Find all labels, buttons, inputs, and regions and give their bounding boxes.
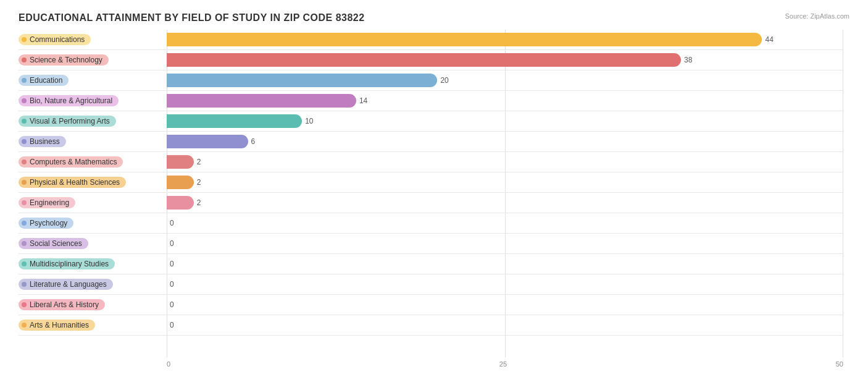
bar-label: Liberal Arts & History [19,299,167,310]
bar-fill: 20 [167,74,437,87]
label-pill: Engineering [19,197,75,208]
bar-value: 38 [684,56,692,64]
bar-row: Communications44 [19,30,843,50]
bar-track: 44 [167,33,843,46]
bar-value: 14 [359,96,367,105]
bar-row: Literature & Languages0 [19,274,843,295]
bar-value: 0 [170,321,174,329]
chart-area: Communications44Science & Technology38Ed… [19,30,849,373]
label-dot [22,323,27,328]
bar-track: 0 [167,257,843,271]
label-pill: Computers & Mathematics [19,156,123,167]
bar-label: Psychology [19,218,167,229]
label-pill: Bio, Nature & Agricultural [19,95,119,106]
label-text: Arts & Humanities [30,321,89,329]
label-text: Communications [30,35,85,44]
bar-fill: 10 [167,114,302,128]
bar-value: 44 [765,35,773,44]
bar-label: Computers & Mathematics [19,156,167,167]
label-pill: Physical & Health Sciences [19,177,126,188]
label-text: Computers & Mathematics [30,158,117,166]
bar-label: Multidisciplinary Studies [19,258,167,269]
bar-track: 2 [167,196,843,210]
chart-source: Source: ZipAtlas.com [785,12,849,20]
bar-value: 20 [440,76,448,85]
chart-title: EDUCATIONAL ATTAINMENT BY FIELD OF STUDY… [19,12,849,23]
bar-value: 0 [170,280,174,289]
label-dot [22,241,27,246]
label-pill: Education [19,75,69,86]
label-dot [22,139,27,144]
bar-track: 0 [167,298,843,312]
bar-track: 0 [167,216,843,230]
bar-label: Engineering [19,197,167,208]
bar-track: 20 [167,74,843,87]
bar-track: 14 [167,94,843,108]
label-text: Social Sciences [30,239,82,248]
bar-fill: 44 [167,33,762,46]
x-axis-label: 50 [836,360,843,373]
bar-track: 6 [167,135,843,148]
label-dot [22,119,27,124]
bar-value: 10 [305,117,313,125]
bar-value: 0 [170,300,174,309]
bar-value: 0 [170,219,174,227]
bar-track: 2 [167,176,843,189]
bar-track: 2 [167,155,843,169]
bar-label: Arts & Humanities [19,320,167,331]
label-pill: Communications [19,34,91,45]
bars-section: Communications44Science & Technology38Ed… [19,30,843,357]
label-text: Business [30,137,60,146]
bar-label: Science & Technology [19,54,167,66]
bar-row: Liberal Arts & History0 [19,295,843,315]
label-pill: Psychology [19,218,73,229]
label-dot [22,282,27,287]
bar-label: Literature & Languages [19,279,167,290]
label-dot [22,180,27,185]
label-pill: Arts & Humanities [19,320,95,331]
label-text: Bio, Nature & Agricultural [30,96,112,105]
bar-row: Business6 [19,132,843,152]
bar-fill: 2 [167,176,194,189]
bar-value: 2 [197,178,201,187]
label-text: Engineering [30,198,69,207]
label-pill: Visual & Performing Arts [19,116,116,127]
bar-value: 2 [197,198,201,207]
label-dot [22,78,27,83]
label-dot [22,200,27,205]
bar-row: Psychology0 [19,213,843,234]
label-text: Physical & Health Sciences [30,178,120,187]
bar-row: Physical & Health Sciences2 [19,172,843,193]
label-text: Education [30,76,62,85]
label-text: Science & Technology [30,56,102,64]
bar-row: Visual & Performing Arts10 [19,111,843,132]
bar-value: 0 [170,260,174,268]
bar-label: Physical & Health Sciences [19,177,167,188]
label-text: Psychology [30,219,67,227]
label-pill: Literature & Languages [19,279,113,290]
bar-fill: 14 [167,94,356,108]
bar-fill: 38 [167,53,681,67]
bar-fill: 6 [167,135,248,148]
label-text: Multidisciplinary Studies [30,260,109,268]
label-pill: Business [19,136,66,147]
label-dot [22,98,27,103]
chart-container: EDUCATIONAL ATTAINMENT BY FIELD OF STUDY… [0,0,868,390]
bar-row: Science & Technology38 [19,50,843,70]
label-dot [22,302,27,307]
bar-label: Education [19,75,167,86]
bar-track: 0 [167,278,843,291]
bar-row: Social Sciences0 [19,234,843,254]
bar-row: Bio, Nature & Agricultural14 [19,91,843,111]
label-dot [22,261,27,266]
bar-fill: 2 [167,155,194,169]
label-pill: Science & Technology [19,54,109,66]
bar-label: Visual & Performing Arts [19,116,167,127]
label-text: Visual & Performing Arts [30,117,110,125]
x-axis: 02550 [167,360,843,373]
bar-label: Bio, Nature & Agricultural [19,95,167,106]
bar-row: Education20 [19,70,843,91]
label-text: Liberal Arts & History [30,300,99,309]
bar-row: Engineering2 [19,193,843,213]
label-pill: Multidisciplinary Studies [19,258,115,269]
